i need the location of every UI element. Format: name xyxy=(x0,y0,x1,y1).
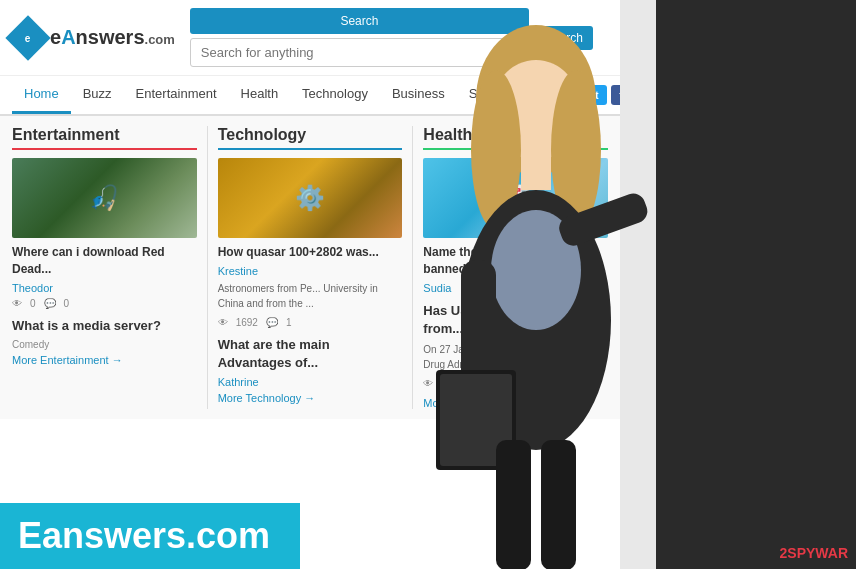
overlay-title: Eanswers.com xyxy=(18,515,282,557)
entertainment-article-1-meta: 👁 0 💬 0 xyxy=(12,298,197,309)
comments-icon: 💬 xyxy=(44,298,56,309)
nav-home[interactable]: Home xyxy=(12,76,71,114)
views-icon: 👁 xyxy=(218,317,228,328)
divider-1 xyxy=(207,126,208,409)
svg-rect-11 xyxy=(496,440,531,569)
technology-title: Technology xyxy=(218,126,403,150)
technology-article-1-excerpt: Astronomers from Pe... University in Chi… xyxy=(218,281,403,311)
comments-icon: 💬 xyxy=(266,317,278,328)
entertainment-article-2-title: What is a media server? xyxy=(12,317,197,335)
entertainment-img-1: 🎣 xyxy=(12,158,197,238)
technology-img-1: ⚙️ xyxy=(218,158,403,238)
comments-count: 1 xyxy=(286,317,292,328)
logo-icon: e xyxy=(5,15,50,60)
watermark-spy: SPY xyxy=(787,545,815,561)
nav-buzz[interactable]: Buzz xyxy=(71,76,124,114)
nav-entertainment[interactable]: Entertainment xyxy=(124,76,229,114)
svg-rect-4 xyxy=(521,150,551,190)
technology-article-1-title: How quasar 100+2802 was... xyxy=(218,244,403,261)
comments-count: 0 xyxy=(64,298,70,309)
nav-health[interactable]: Health xyxy=(229,76,291,114)
technology-more-link[interactable]: More Technology → xyxy=(218,392,403,404)
entertainment-article-2: What is a media server? Comedy xyxy=(12,317,197,350)
overlay-banner: Eanswers.com xyxy=(0,503,300,569)
woman-figure xyxy=(376,20,696,569)
technology-article-2: What are the main Advantages of... Kathr… xyxy=(218,336,403,388)
views-icon: 👁 xyxy=(12,298,22,309)
nav-technology[interactable]: Technology xyxy=(290,76,380,114)
entertainment-article-1-author[interactable]: Theodor xyxy=(12,282,197,294)
technology-article-1-author[interactable]: Krestine xyxy=(218,265,403,277)
logo-area: e eAnswers.com xyxy=(12,22,175,54)
entertainment-article-1-title: Where can i download Red Dead... xyxy=(12,244,197,278)
views-count: 0 xyxy=(30,298,36,309)
entertainment-title: Entertainment xyxy=(12,126,197,150)
entertainment-column: Entertainment 🎣 Where can i download Red… xyxy=(12,126,205,409)
watermark-war: WAR xyxy=(815,545,848,561)
views-count: 1692 xyxy=(236,317,258,328)
technology-article-2-title: What are the main Advantages of... xyxy=(218,336,403,372)
site-name: eAnswers.com xyxy=(50,26,175,49)
technology-article-2-author[interactable]: Kathrine xyxy=(218,376,403,388)
watermark: 2SPYWAR xyxy=(780,545,848,561)
technology-article-1-meta: 👁 1692 💬 1 xyxy=(218,317,403,328)
svg-rect-12 xyxy=(541,440,576,569)
entertainment-article-2-tag: Comedy xyxy=(12,339,197,350)
entertainment-more-link[interactable]: More Entertainment → xyxy=(12,354,197,366)
